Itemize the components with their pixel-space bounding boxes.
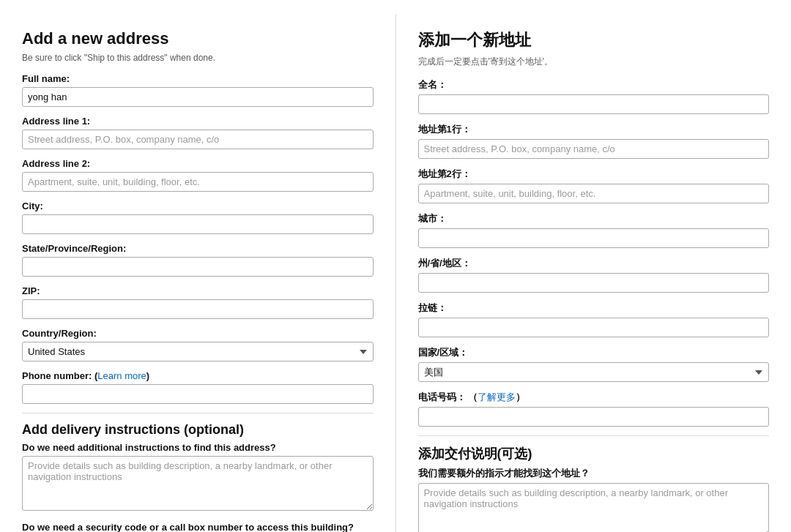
right-delivery-divider [418, 435, 770, 436]
phone-input[interactable] [22, 384, 374, 404]
state-input[interactable] [22, 257, 374, 277]
full-name-input[interactable] [22, 87, 374, 107]
right-full-name-group: 全名： [418, 78, 770, 114]
left-security-question: Do we need a security code or a call box… [22, 522, 374, 532]
left-security-group: Do we need a security code or a call box… [22, 522, 374, 532]
country-group: Country/Region: United States Canada Uni… [22, 328, 374, 361]
right-column: 添加一个新地址 完成后一定要点击'寄到这个地址'。 全名： 地址第1行： 地址第… [396, 15, 792, 532]
zip-label: ZIP: [22, 285, 374, 296]
country-label: Country/Region: [22, 328, 374, 339]
right-address1-label: 地址第1行： [418, 123, 770, 136]
city-group: City: [22, 201, 374, 234]
right-full-name-input[interactable] [418, 94, 770, 114]
address1-group: Address line 1: [22, 116, 374, 149]
phone-label: Phone number: (Learn more) [22, 370, 374, 381]
right-delivery-instructions-group: 我们需要额外的指示才能找到这个地址？ [418, 467, 770, 532]
right-address1-input[interactable] [418, 139, 770, 159]
right-state-group: 州/省/地区： [418, 257, 770, 293]
address1-input[interactable] [22, 130, 374, 149]
left-form-subtitle: Be sure to click "Ship to this address" … [22, 53, 374, 63]
left-column: Add a new address Be sure to click "Ship… [0, 15, 396, 532]
right-delivery-title: 添加交付说明(可选) [418, 445, 770, 462]
address1-label: Address line 1: [22, 116, 374, 127]
right-phone-learn-more-link[interactable]: 了解更多 [478, 391, 516, 402]
right-city-label: 城市： [418, 212, 770, 225]
left-delivery-textarea[interactable] [22, 456, 374, 511]
delivery-divider [22, 413, 374, 413]
right-city-group: 城市： [418, 212, 770, 248]
full-name-label: Full name: [22, 73, 374, 84]
left-delivery-title: Add delivery instructions (optional) [22, 422, 374, 438]
zip-input[interactable] [22, 299, 374, 319]
phone-learn-more-link[interactable]: Learn more [97, 370, 146, 381]
right-full-name-label: 全名： [418, 78, 770, 91]
right-address2-group: 地址第2行： [418, 168, 770, 203]
city-label: City: [22, 201, 374, 211]
right-address1-group: 地址第1行： [418, 123, 770, 159]
right-zip-input[interactable] [418, 318, 770, 337]
right-zip-group: 拉链： [418, 301, 770, 337]
right-phone-label: 电话号码： （了解更多） [418, 391, 770, 404]
address2-label: Address line 2: [22, 158, 374, 169]
right-country-select[interactable]: 美国 加拿大 英国 澳大利亚 德国 日本 中国 [418, 362, 770, 382]
right-city-input[interactable] [418, 228, 770, 248]
right-phone-input[interactable] [418, 407, 770, 427]
right-address2-label: 地址第2行： [418, 168, 770, 181]
right-country-group: 国家/区域： 美国 加拿大 英国 澳大利亚 德国 日本 中国 [418, 346, 770, 382]
country-select[interactable]: United States Canada United Kingdom Aust… [22, 342, 374, 361]
address2-group: Address line 2: [22, 158, 374, 192]
right-zip-label: 拉链： [418, 301, 770, 315]
right-state-label: 州/省/地区： [418, 257, 770, 270]
phone-group: Phone number: (Learn more) [22, 370, 374, 404]
right-delivery-question1: 我们需要额外的指示才能找到这个地址？ [418, 467, 770, 480]
right-form-subtitle: 完成后一定要点击'寄到这个地址'。 [418, 56, 770, 68]
right-state-input[interactable] [418, 273, 770, 293]
left-delivery-question1: Do we need additional instructions to fi… [22, 442, 374, 453]
city-input[interactable] [22, 214, 374, 234]
state-group: State/Province/Region: [22, 243, 374, 277]
right-country-label: 国家/区域： [418, 346, 770, 359]
right-delivery-textarea[interactable] [418, 483, 770, 532]
right-address2-input[interactable] [418, 184, 770, 203]
state-label: State/Province/Region: [22, 243, 374, 254]
address2-input[interactable] [22, 172, 374, 192]
left-delivery-instructions-group: Do we need additional instructions to fi… [22, 442, 374, 513]
right-form-title: 添加一个新地址 [418, 29, 770, 51]
zip-group: ZIP: [22, 285, 374, 319]
right-phone-group: 电话号码： （了解更多） [418, 391, 770, 427]
left-form-title: Add a new address [22, 29, 374, 48]
full-name-group: Full name: [22, 73, 374, 107]
